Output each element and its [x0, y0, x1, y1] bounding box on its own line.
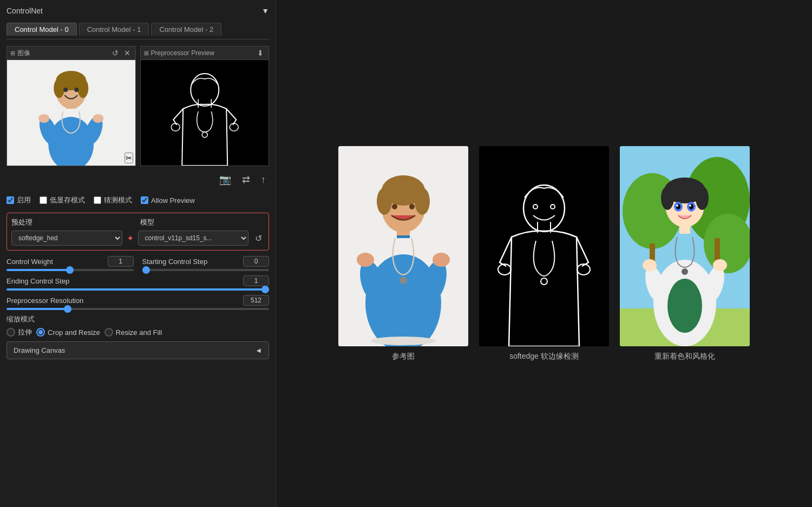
result-item-1: softedge 软边缘检测 [479, 146, 609, 361]
low-vram-label: 低显存模式 [50, 195, 85, 205]
left-panel: ControlNet ▼ Control Model - 0 Control M… [0, 0, 276, 507]
camera-btn[interactable]: 📷 [216, 173, 234, 187]
preprocessor-resolution-row: Preprocessor Resolution 512 [6, 295, 269, 310]
scale-stretch-label: 拉伸 [18, 327, 32, 337]
svg-point-53 [667, 279, 702, 333]
collapse-icon[interactable]: ▼ [261, 6, 269, 15]
tab-control-0[interactable]: Control Model - 0 [6, 23, 77, 36]
slider-section: Control Weight 1 Starting Control Step 0… [6, 256, 269, 310]
result-image-1 [479, 146, 609, 346]
right-panel: 参考图 [276, 0, 812, 507]
svg-point-28 [415, 188, 430, 215]
preprocessor-resolution-label: Preprocessor Resolution [6, 297, 83, 305]
low-vram-checkbox[interactable]: 低显存模式 [40, 195, 85, 205]
control-weight-slider[interactable] [6, 269, 134, 271]
svg-point-5 [93, 114, 103, 123]
result-item-2: 重新着色和风格化 [620, 146, 750, 361]
preview-image-header: ⊞ Preprocessor Preview ⬇ [141, 47, 269, 60]
star-icon: ✦ [127, 233, 134, 243]
result-image-2 [620, 146, 750, 346]
scale-crop-resize-radio[interactable] [36, 328, 45, 337]
enable-checkbox[interactable]: 启用 [6, 195, 31, 205]
svg-point-27 [377, 188, 392, 215]
preview-image-icon: ⊞ [144, 50, 149, 57]
starting-step-row: Starting Control Step 0 [142, 256, 270, 271]
enable-input[interactable] [6, 196, 14, 204]
control-weight-value: 1 [108, 256, 134, 267]
ending-step-value: 1 [243, 275, 269, 286]
svg-point-10 [77, 78, 88, 98]
preview-download-btn[interactable]: ⬇ [256, 48, 265, 58]
enable-label: 启用 [17, 195, 31, 205]
preview-image-box: ⊞ Preprocessor Preview ⬇ [140, 46, 270, 166]
source-refresh-btn[interactable]: ↺ [110, 48, 120, 58]
panel-header: ControlNet ▼ [6, 6, 269, 18]
low-vram-input[interactable] [40, 196, 47, 204]
preprocessor-resolution-slider[interactable] [6, 308, 269, 310]
guess-mode-input[interactable] [94, 196, 101, 204]
starting-step-value: 0 [243, 256, 269, 267]
scale-resize-fill[interactable]: Resize and Fill [104, 327, 162, 337]
result-label-2: 重新着色和风格化 [654, 352, 715, 361]
scale-resize-fill-radio[interactable] [104, 328, 113, 337]
svg-rect-32 [397, 235, 410, 238]
allow-preview-input[interactable] [141, 196, 148, 204]
double-slider-row: Control Weight 1 Starting Control Step 0 [6, 256, 269, 271]
preprocessor-label: 预处理 [11, 218, 136, 227]
upload-btn[interactable]: ↑ [258, 173, 269, 187]
ending-step-slider[interactable] [6, 288, 269, 291]
scale-mode-label: 缩放模式 [6, 314, 269, 324]
svg-point-29 [392, 204, 397, 209]
drawing-canvas-label: Drawing Canvas [14, 346, 65, 354]
tab-control-2[interactable]: Control Model - 2 [151, 23, 221, 36]
svg-point-52 [713, 259, 727, 271]
control-weight-label: Control Weight [6, 258, 53, 266]
allow-preview-checkbox[interactable]: Allow Preview [141, 196, 195, 205]
scale-stretch-radio[interactable] [6, 328, 15, 337]
svg-point-23 [433, 253, 450, 267]
svg-point-31 [400, 276, 407, 284]
svg-point-63 [676, 205, 678, 207]
swap-btn[interactable]: ⇄ [239, 173, 253, 187]
action-row: 📷 ⇄ ↑ [6, 170, 269, 189]
result-label-1: softedge 软边缘检测 [509, 352, 579, 361]
source-close-btn[interactable]: ✕ [122, 48, 132, 58]
scale-crop-resize-label: Crop and Resize [48, 328, 100, 337]
result-item-0: 参考图 [338, 146, 468, 361]
source-image-content[interactable] [7, 60, 135, 166]
result-image-0 [338, 146, 468, 346]
source-edit-btn[interactable]: ✂ [125, 153, 133, 163]
model-refresh-btn[interactable]: ↺ [253, 232, 264, 245]
tab-bar: Control Model - 0 Control Model - 1 Cont… [6, 23, 269, 39]
preview-image-label: Preprocessor Preview [151, 49, 214, 57]
preprocessor-resolution-value: 512 [243, 295, 269, 306]
model-label: 模型 [140, 218, 265, 227]
tab-control-1[interactable]: Control Model - 1 [79, 23, 149, 36]
svg-point-4 [38, 114, 49, 123]
scale-resize-fill-label: Resize and Fill [116, 328, 162, 337]
svg-point-65 [682, 268, 688, 275]
drawing-canvas-row[interactable]: Drawing Canvas ◄ [6, 341, 269, 359]
starting-step-slider[interactable] [142, 269, 270, 271]
svg-point-11 [63, 88, 68, 92]
result-label-0: 参考图 [392, 352, 415, 361]
model-select[interactable]: control_v11p_sd15_s... [138, 231, 249, 246]
image-row: ⊞ 图像 ↺ ✕ [6, 46, 269, 166]
svg-point-58 [696, 186, 709, 210]
scale-section: 缩放模式 拉伸 Crop and Resize Resize and Fill [6, 314, 269, 337]
nurse-photo [7, 60, 135, 166]
source-image-box: ⊞ 图像 ↺ ✕ [6, 46, 136, 166]
svg-point-30 [409, 204, 415, 209]
source-image-label: 图像 [17, 49, 30, 58]
ending-step-label: Ending Control Step [6, 277, 69, 285]
scale-options: 拉伸 Crop and Resize Resize and Fill [6, 327, 269, 337]
svg-point-12 [74, 88, 78, 92]
scale-stretch[interactable]: 拉伸 [6, 327, 32, 337]
preprocessor-select[interactable]: softedge_hed [11, 231, 122, 246]
model-section: 预处理 模型 softedge_hed ✦ control_v11p_sd15_… [6, 213, 269, 251]
preview-image-content[interactable] [141, 60, 269, 166]
svg-point-64 [689, 205, 691, 207]
scale-crop-resize[interactable]: Crop and Resize [36, 327, 100, 337]
guess-mode-checkbox[interactable]: 猜测模式 [94, 195, 132, 205]
svg-rect-13 [150, 60, 259, 166]
